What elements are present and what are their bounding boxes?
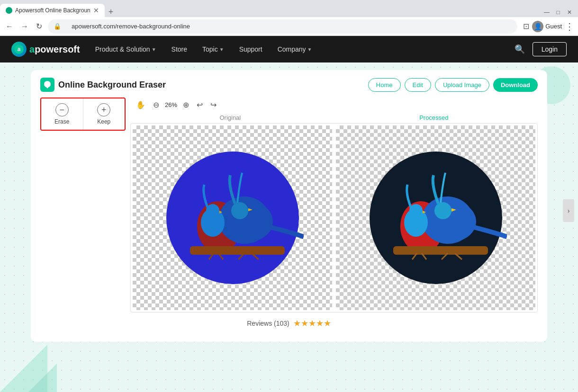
nav-store[interactable]: Store [172, 45, 187, 53]
zoom-out-button[interactable]: ⊖ [151, 99, 161, 110]
keep-button[interactable]: + Keep [83, 98, 125, 130]
undo-button[interactable]: ↩ [195, 99, 205, 110]
upload-image-button[interactable]: Upload Image [435, 78, 489, 92]
nav-company-label: Company [278, 45, 306, 53]
reviews-bar: Reviews (103) ★★★★★ [40, 312, 538, 334]
logo-text: apowersoft [29, 44, 80, 55]
lock-icon: 🔒 [54, 23, 61, 30]
tab-close-icon[interactable]: ✕ [93, 7, 99, 14]
app-title: Online Background Eraser [58, 80, 166, 90]
hand-tool-button[interactable]: ✋ [134, 99, 147, 110]
original-label: Original [219, 114, 241, 121]
tool-buttons: − Erase + Keep [40, 98, 126, 131]
tab-bar: Apowersoft Online Backgroun ✕ + — □ ✕ [0, 0, 578, 17]
toolbar-panel: − Erase + Keep [40, 98, 130, 312]
download-button[interactable]: Download [493, 78, 538, 92]
nav-topic[interactable]: Topic ▼ [202, 45, 224, 53]
nav-store-label: Store [172, 45, 187, 53]
app-logo-icon [40, 78, 54, 92]
search-icon[interactable]: 🔍 [515, 44, 525, 54]
browser-menu: ⊡ 👤 Guest ⋮ [523, 21, 574, 32]
nav-company[interactable]: Company ▼ [278, 45, 312, 53]
svg-rect-11 [190, 246, 285, 255]
tab-label: Apowersoft Online Backgroun [15, 7, 90, 14]
svg-rect-25 [393, 246, 488, 255]
nav-support[interactable]: Support [239, 45, 262, 53]
svg-point-9 [231, 202, 248, 219]
address-input[interactable] [64, 19, 512, 34]
close-button[interactable]: ✕ [565, 8, 574, 17]
edit-button[interactable]: Edit [405, 78, 431, 92]
profile-button[interactable]: 👤 Guest [532, 21, 562, 32]
editor-area: − Erase + Keep ✋ ⊖ 26% ⊕ ↩ [40, 98, 538, 312]
erase-label: Erase [54, 118, 69, 125]
topic-chevron-icon: ▼ [219, 47, 224, 52]
login-button[interactable]: Login [533, 42, 567, 56]
tab-favicon [6, 7, 12, 14]
processed-bird-svg [365, 142, 507, 294]
logo[interactable]: a apowersoft [11, 42, 80, 57]
site-nav: a apowersoft Product & Solution ▼ Store … [0, 36, 578, 62]
deco-triangle-bottom-left2 [28, 364, 57, 392]
window-controls: — □ ✕ [538, 8, 578, 17]
zoom-level: 26% [165, 101, 177, 108]
main-content: Online Background Eraser Home Edit Uploa… [0, 62, 578, 392]
side-arrow-button[interactable]: › [563, 199, 574, 222]
original-bird-svg [162, 142, 304, 294]
nav-support-label: Support [239, 45, 262, 53]
address-bar: ← → ↻ 🔒 ⊡ 👤 Guest ⋮ [0, 17, 578, 36]
browser-chrome: Apowersoft Online Backgroun ✕ + — □ ✕ ← … [0, 0, 578, 36]
zoom-in-button[interactable]: ⊕ [181, 99, 191, 110]
nav-topic-label: Topic [202, 45, 218, 53]
erase-icon: − [55, 103, 69, 116]
processed-image-pane[interactable] [336, 125, 535, 310]
star-rating: ★★★★★ [293, 318, 331, 329]
keep-icon: + [97, 103, 110, 116]
original-image-pane[interactable] [133, 125, 332, 310]
redo-button[interactable]: ↪ [208, 99, 218, 110]
profile-label: Guest [545, 23, 562, 30]
svg-text:a: a [18, 46, 21, 53]
tablet-icon[interactable]: ⊡ [523, 22, 529, 31]
canvas-area: ✋ ⊖ 26% ⊕ ↩ ↪ Original Processed [130, 98, 538, 312]
forward-button[interactable]: → [19, 20, 30, 33]
home-button[interactable]: Home [368, 78, 401, 92]
processed-label: Processed [419, 114, 448, 121]
reviews-label: Reviews (103) [247, 320, 289, 327]
app-container: Online Background Eraser Home Edit Uploa… [31, 70, 547, 342]
new-tab-button[interactable]: + [105, 7, 117, 17]
image-canvas [130, 123, 538, 312]
app-logo: Online Background Eraser [40, 78, 166, 92]
product-chevron-icon: ▼ [152, 47, 156, 52]
minimize-button[interactable]: — [542, 8, 551, 17]
app-button-group: Home Edit Upload Image Download [368, 78, 538, 92]
company-chevron-icon: ▼ [307, 47, 312, 52]
refresh-button[interactable]: ↻ [34, 20, 44, 33]
active-tab[interactable]: Apowersoft Online Backgroun ✕ [0, 4, 105, 17]
nav-product-solution[interactable]: Product & Solution ▼ [95, 45, 156, 53]
profile-icon: 👤 [532, 21, 543, 32]
canvas-labels: Original Processed [130, 114, 538, 121]
keep-label: Keep [97, 118, 110, 125]
logo-icon: a [11, 42, 27, 57]
erase-button[interactable]: − Erase [41, 98, 83, 130]
nav-product-label: Product & Solution [95, 45, 150, 53]
back-button[interactable]: ← [4, 20, 15, 33]
canvas-toolbar: ✋ ⊖ 26% ⊕ ↩ ↪ [130, 98, 538, 112]
maximize-button[interactable]: □ [553, 8, 563, 17]
nav-right: 🔍 Login [515, 42, 567, 56]
menu-dots-icon[interactable]: ⋮ [565, 21, 574, 32]
app-header: Online Background Eraser Home Edit Uploa… [40, 78, 538, 92]
svg-point-23 [434, 202, 452, 219]
